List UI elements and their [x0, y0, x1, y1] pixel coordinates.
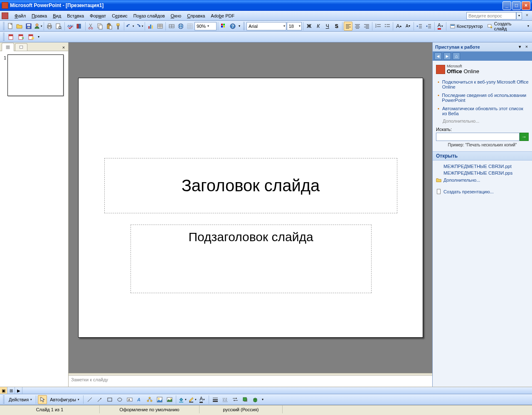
task-pane-close[interactable]: × [524, 44, 530, 50]
menu-adobepdf[interactable]: Adobe PDF [208, 12, 237, 19]
underline-button[interactable]: Ч [323, 22, 332, 31]
shadow-button[interactable]: S [332, 22, 341, 31]
arrow-style-button[interactable] [231, 395, 240, 404]
outline-tab-outline[interactable] [15, 43, 27, 51]
subtitle-placeholder[interactable]: Подзаголовок слайда [131, 225, 372, 293]
link-auto-update[interactable]: Автоматически обновлять этот список из В… [442, 106, 529, 116]
menu-edit[interactable]: Правка [29, 12, 50, 19]
task-pane-dropdown[interactable]: ▾ [517, 44, 523, 50]
menu-slideshow[interactable]: Показ слайдов [131, 12, 168, 19]
spelling-button[interactable]: ABC [66, 22, 75, 31]
status-language[interactable]: русский (Россия) [200, 405, 283, 413]
wordart-button[interactable]: A [135, 395, 144, 404]
help-button[interactable]: ? [229, 22, 237, 31]
font-size-combo[interactable]: 18▾ [287, 22, 302, 30]
research-button[interactable] [75, 22, 84, 31]
link-latest-news[interactable]: Последние сведения об использовании Powe… [442, 93, 529, 103]
tables-borders-button[interactable] [167, 22, 176, 31]
normal-view-button[interactable]: ▣ [0, 387, 7, 394]
maximize-button[interactable]: □ [512, 1, 521, 10]
align-right-button[interactable] [362, 22, 371, 31]
line-color-button[interactable]: ▾ [188, 395, 197, 404]
design-button[interactable]: Конструктор [448, 22, 485, 31]
notes-pane[interactable]: Заметки к слайду [69, 375, 432, 387]
slide-canvas[interactable]: Заголовок слайда Подзаголовок слайда [69, 42, 432, 373]
print-preview-button[interactable] [54, 22, 63, 31]
diagram-button[interactable] [145, 395, 154, 404]
cut-button[interactable] [86, 22, 95, 31]
zoom-combo[interactable]: 90%▾ [195, 22, 217, 30]
pdf-review-button[interactable] [27, 32, 36, 42]
save-button[interactable] [25, 22, 33, 31]
bold-button[interactable]: Ж [305, 22, 313, 31]
nav-home-button[interactable]: ⌂ [453, 52, 460, 60]
menu-format[interactable]: Формат [87, 12, 109, 19]
actions-menu[interactable]: Действия▾ [7, 395, 34, 404]
hyperlink-button[interactable] [176, 22, 185, 31]
recent-file-2[interactable]: МЕЖПРЕДМЕТНЫЕ СВЯЗИ.pps [436, 170, 529, 176]
menu-insert[interactable]: Вставка [64, 12, 87, 19]
dash-style-button[interactable] [221, 395, 230, 404]
format-painter-button[interactable] [114, 22, 123, 31]
line-button[interactable] [85, 395, 94, 404]
doc-icon[interactable] [2, 12, 8, 19]
chart-button[interactable] [146, 22, 155, 31]
undo-button[interactable]: ▾ [126, 22, 134, 31]
paste-button[interactable] [105, 22, 113, 31]
increase-indent-button[interactable] [424, 22, 433, 31]
oval-button[interactable] [115, 395, 124, 404]
shadow-style-button[interactable] [241, 395, 250, 404]
increase-font-button[interactable]: A▴ [394, 22, 403, 31]
minimize-button[interactable]: _ [502, 1, 511, 10]
title-placeholder[interactable]: Заголовок слайда [104, 158, 397, 213]
select-objects-button[interactable] [38, 395, 47, 404]
toolbar-grip[interactable] [3, 33, 5, 41]
help-search-dropdown[interactable]: ▾ [516, 12, 522, 20]
link-connect-online[interactable]: Подключиться к веб-узлу Microsoft Office… [442, 79, 529, 89]
open-more[interactable]: Дополнительно... [436, 176, 529, 184]
font-name-combo[interactable]: Arial▾ [246, 22, 286, 30]
toolbar-options-button[interactable]: ▾ [37, 32, 41, 42]
help-search-input[interactable] [466, 12, 516, 20]
create-presentation[interactable]: Создать презентацию... [436, 188, 529, 195]
thumbnail-list[interactable]: 1 [0, 51, 68, 387]
show-hide-grid-button[interactable] [185, 22, 194, 31]
sorter-view-button[interactable]: ⊞ [7, 387, 15, 394]
line-style-button[interactable] [211, 395, 220, 404]
toolbar-options-button[interactable]: ▾ [527, 22, 531, 31]
nav-back-button[interactable]: ◄ [434, 52, 442, 60]
menu-file[interactable]: Файл [12, 12, 29, 19]
print-button[interactable] [45, 22, 54, 31]
menu-window[interactable]: Окно [168, 12, 185, 19]
toolbar-grip[interactable] [3, 395, 5, 404]
slideshow-view-button[interactable]: ▶ [15, 387, 22, 394]
recent-file-1[interactable]: МЕЖПРЕДМЕТНЫЕ СВЯЗИ.ppt [436, 163, 529, 170]
align-left-button[interactable] [344, 22, 352, 31]
clipart-button[interactable] [155, 395, 164, 404]
nav-forward-button[interactable]: ► [443, 52, 451, 60]
autoshapes-menu[interactable]: Автофигуры▾ [48, 395, 81, 404]
toolbar-options-button[interactable]: ▾ [238, 22, 242, 31]
bullets-button[interactable] [383, 22, 392, 31]
pdf-convert-button[interactable] [7, 32, 16, 42]
fill-color-button[interactable]: ▾ [178, 395, 187, 404]
copy-button[interactable] [96, 22, 104, 31]
decrease-indent-button[interactable] [415, 22, 424, 31]
link-more[interactable]: Дополнительно... [436, 119, 529, 124]
permission-button[interactable]: ▾ [34, 22, 42, 31]
thumbnail-preview[interactable] [7, 54, 64, 96]
menu-tools[interactable]: Сервис [109, 12, 131, 19]
new-button[interactable] [6, 22, 15, 31]
menu-help[interactable]: Справка [184, 12, 208, 19]
font-color-button[interactable]: A▾ [436, 22, 445, 31]
decrease-font-button[interactable]: A▾ [404, 22, 412, 31]
search-go-button[interactable]: → [520, 133, 529, 141]
outline-tab-slides[interactable] [2, 43, 14, 51]
table-button[interactable] [155, 22, 164, 31]
rectangle-button[interactable] [105, 395, 114, 404]
open-button[interactable] [15, 22, 24, 31]
align-center-button[interactable] [353, 22, 362, 31]
close-button[interactable]: × [522, 1, 530, 10]
color-button[interactable] [219, 22, 228, 31]
textbox-button[interactable]: A [125, 395, 134, 404]
